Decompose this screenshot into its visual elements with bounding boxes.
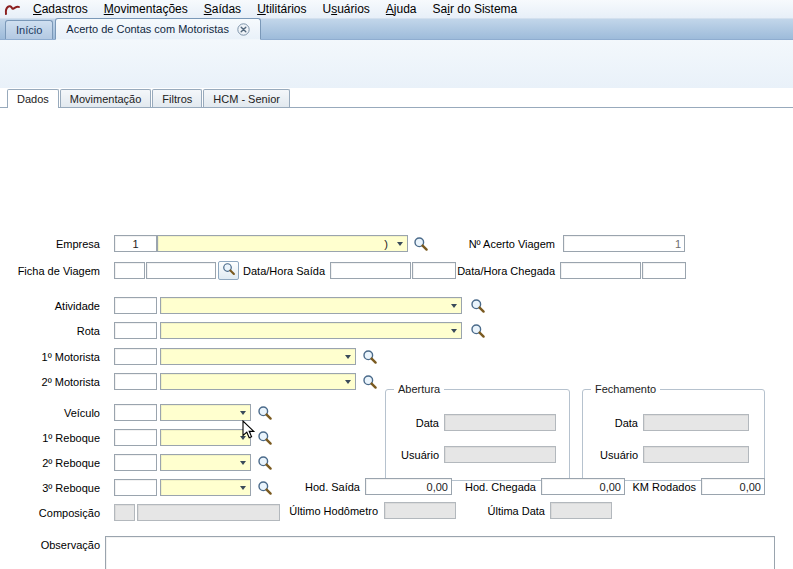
reboque1-combo[interactable] <box>160 429 251 446</box>
reboque1-code-input[interactable] <box>114 429 157 446</box>
reboque3-search-icon[interactable] <box>257 480 273 496</box>
ficha-code-input[interactable] <box>114 262 145 279</box>
motorista1-code-input[interactable] <box>114 348 157 365</box>
empresa-combo[interactable]: ) <box>157 235 408 252</box>
tab-inicio-label: Início <box>16 24 42 36</box>
menu-ajuda[interactable]: Ajuda <box>378 0 425 19</box>
rota-combo[interactable] <box>160 322 462 339</box>
subtab-filtros[interactable]: Filtros <box>152 89 202 107</box>
abertura-data-label: Data <box>396 417 439 429</box>
numero-acerto-input[interactable] <box>563 235 685 252</box>
menu-utilitarios[interactable]: Utilitários <box>249 0 314 19</box>
observacao-input[interactable] <box>105 536 775 569</box>
tab-close-icon[interactable] <box>237 23 250 36</box>
motorista2-code-input[interactable] <box>114 373 157 390</box>
menu-movimentacoes[interactable]: Movimentações <box>96 0 196 19</box>
chevron-down-icon[interactable] <box>446 298 461 313</box>
numero-acerto-label: Nº Acerto Viagem <box>450 238 555 250</box>
menubar: Cadastros Movimentações Saídas Utilitári… <box>0 0 793 19</box>
hod-saida-label: Hod. Saída <box>295 481 360 493</box>
subtab-movimentacao[interactable]: Movimentação <box>60 89 152 107</box>
reboque2-code-input[interactable] <box>114 454 157 471</box>
veiculo-search-icon[interactable] <box>257 405 273 421</box>
ficha-search-button[interactable] <box>218 261 239 280</box>
fechamento-usuario-input <box>643 446 749 463</box>
data-chegada-input[interactable] <box>560 262 641 279</box>
menu-sair-do-sistema[interactable]: Sair do Sistema <box>425 0 526 19</box>
abertura-group-title: Abertura <box>394 383 444 395</box>
ficha-viagem-label: Ficha de Viagem <box>10 265 100 277</box>
app-icon <box>4 2 22 17</box>
chevron-down-icon[interactable] <box>446 323 461 338</box>
hod-saida-input[interactable] <box>365 478 452 495</box>
chevron-down-icon[interactable] <box>235 480 250 495</box>
motorista1-combo[interactable] <box>160 348 356 365</box>
dados-panel: Empresa ) Nº Acerto Viagem Ficha de Viag… <box>0 108 793 569</box>
ultimo-hodometro-label: Último Hodômetro <box>270 505 378 517</box>
reboque1-label: 1º Reboque <box>10 432 100 444</box>
veiculo-combo[interactable] <box>160 404 251 421</box>
fechamento-group-title: Fechamento <box>591 383 660 395</box>
atividade-code-input[interactable] <box>114 297 157 314</box>
menu-saidas[interactable]: Saídas <box>196 0 249 19</box>
veiculo-label: Veículo <box>10 407 100 419</box>
motorista2-combo[interactable] <box>160 373 356 390</box>
tab-inicio[interactable]: Início <box>5 20 53 39</box>
reboque3-code-input[interactable] <box>114 479 157 496</box>
abertura-usuario-label: Usuário <box>391 449 439 461</box>
chevron-down-icon[interactable] <box>340 349 355 364</box>
subtab-hcm-senior[interactable]: HCM - Senior <box>203 89 290 107</box>
motorista2-search-icon[interactable] <box>362 374 378 390</box>
motorista1-label: 1º Motorista <box>10 351 100 363</box>
motorista2-label: 2º Motorista <box>10 376 100 388</box>
composicao-input-1 <box>114 504 135 521</box>
menu-cadastros[interactable]: Cadastros <box>25 0 96 19</box>
chevron-down-icon[interactable] <box>340 374 355 389</box>
ultima-data-label: Última Data <box>468 505 545 517</box>
ultimo-hodometro-input <box>384 502 456 519</box>
fechamento-data-input <box>643 414 749 431</box>
reboque2-label: 2º Reboque <box>10 457 100 469</box>
tab-acerto-label: Acerto de Contas com Motoristas <box>66 23 229 35</box>
reboque3-label: 3º Reboque <box>10 482 100 494</box>
fechamento-group: Fechamento Data Usuário <box>582 389 765 481</box>
empresa-combo-text: ) <box>158 238 392 250</box>
ultima-data-input <box>550 502 612 519</box>
hod-chegada-label: Hod. Chegada <box>452 481 536 493</box>
chevron-down-icon[interactable] <box>235 430 250 445</box>
rota-label: Rota <box>10 325 100 337</box>
chevron-down-icon[interactable] <box>235 455 250 470</box>
tab-acerto-de-contas[interactable]: Acerto de Contas com Motoristas <box>55 18 261 40</box>
chevron-down-icon[interactable] <box>235 405 250 420</box>
reboque2-combo[interactable] <box>160 454 251 471</box>
hora-chegada-input[interactable] <box>642 262 686 279</box>
reboque3-combo[interactable] <box>160 479 251 496</box>
km-rodados-input[interactable] <box>701 478 765 495</box>
composicao-label: Composição <box>10 507 100 519</box>
data-saida-input[interactable] <box>330 262 411 279</box>
reboque2-search-icon[interactable] <box>257 455 273 471</box>
atividade-combo[interactable] <box>160 297 462 314</box>
empresa-code-input[interactable] <box>114 235 157 252</box>
rota-code-input[interactable] <box>114 322 157 339</box>
empresa-search-icon[interactable] <box>413 236 429 252</box>
observacao-label: Observação <box>38 539 100 551</box>
app-window: Cadastros Movimentações Saídas Utilitári… <box>0 0 793 569</box>
ficha-numero-input[interactable] <box>146 262 216 279</box>
search-icon <box>222 262 236 279</box>
atividade-search-icon[interactable] <box>470 298 486 314</box>
reboque1-search-icon[interactable] <box>257 430 273 446</box>
subtab-dados[interactable]: Dados <box>7 89 59 108</box>
rota-search-icon[interactable] <box>470 323 486 339</box>
menu-usuarios[interactable]: Usuários <box>314 0 377 19</box>
motorista1-search-icon[interactable] <box>362 349 378 365</box>
abertura-usuario-input <box>444 446 556 463</box>
fechamento-usuario-label: Usuário <box>590 449 638 461</box>
hora-saida-input[interactable] <box>412 262 456 279</box>
data-hora-chegada-label: Data/Hora Chegada <box>452 265 555 277</box>
hod-chegada-input[interactable] <box>541 478 625 495</box>
fechamento-data-label: Data <box>595 417 638 429</box>
veiculo-code-input[interactable] <box>114 404 157 421</box>
page-tabbar: Início Acerto de Contas com Motoristas <box>0 19 793 40</box>
chevron-down-icon[interactable] <box>392 236 407 251</box>
